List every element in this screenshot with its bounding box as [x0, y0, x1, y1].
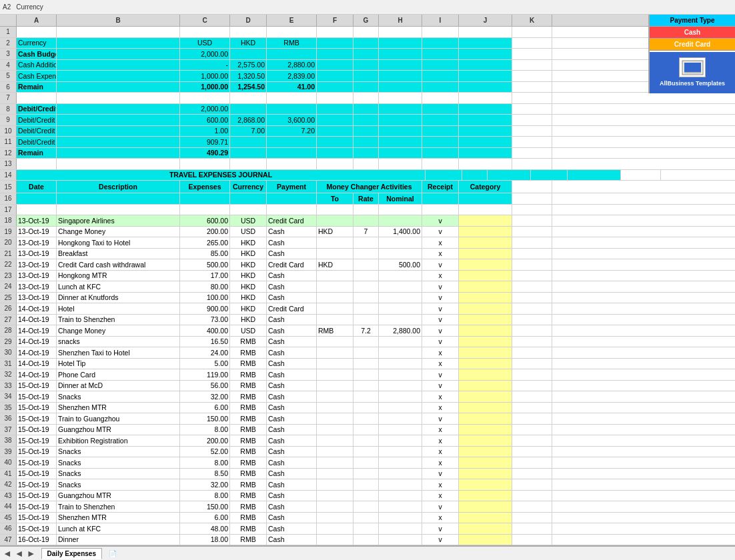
cell[interactable] — [353, 403, 379, 413]
cell-exp[interactable]: 52.00 — [180, 447, 230, 457]
cell-cat[interactable] — [459, 403, 512, 413]
cell-desc[interactable]: Breakfast — [57, 249, 180, 259]
cell[interactable] — [353, 391, 379, 402]
cell[interactable] — [512, 227, 552, 237]
cell[interactable] — [317, 205, 353, 215]
cell[interactable] — [459, 104, 512, 115]
cell[interactable] — [353, 82, 379, 93]
cell[interactable] — [353, 293, 379, 303]
cell[interactable] — [512, 181, 552, 193]
cell-cat[interactable] — [459, 523, 512, 534]
cell-cur[interactable]: USD — [230, 325, 267, 336]
cell[interactable] — [512, 325, 552, 336]
cell[interactable] — [317, 281, 353, 292]
cell-receipt[interactable]: v — [422, 215, 459, 226]
cell-receipt[interactable]: x — [422, 435, 459, 446]
tab-daily-expenses[interactable]: Daily Expenses — [41, 548, 102, 559]
cell-pay[interactable]: Cash — [267, 479, 317, 490]
cell[interactable] — [512, 148, 552, 159]
cell[interactable] — [267, 104, 317, 115]
cell[interactable] — [422, 148, 459, 159]
cell[interactable] — [512, 159, 552, 169]
cell-desc[interactable]: Hongkong MTR — [57, 271, 180, 281]
cell-receipt[interactable]: x — [422, 237, 459, 248]
cell[interactable] — [353, 347, 379, 358]
cell[interactable] — [379, 237, 422, 248]
cell-exp[interactable]: 265.00 — [180, 237, 230, 248]
cell-desc[interactable]: Snacks — [57, 469, 180, 479]
cell-date[interactable]: 15-Oct-19 — [17, 447, 57, 457]
cell-receipt[interactable]: v — [422, 227, 459, 237]
cell[interactable] — [379, 413, 422, 424]
cell[interactable] — [459, 115, 512, 125]
cell[interactable] — [462, 170, 488, 181]
cell[interactable] — [267, 148, 317, 159]
cell-exp[interactable]: 119.00 — [180, 369, 230, 380]
cell-date[interactable]: 15-Oct-19 — [17, 391, 57, 402]
cell-exp[interactable]: 80.00 — [180, 281, 230, 292]
cell-cat[interactable] — [459, 359, 512, 369]
cell[interactable] — [459, 27, 512, 37]
cell[interactable] — [57, 93, 180, 103]
cell[interactable] — [230, 193, 267, 204]
cell-cur[interactable]: HKD — [230, 281, 267, 292]
cell-receipt[interactable]: v — [422, 535, 459, 545]
cell[interactable]: 2,839.00 — [267, 71, 317, 81]
cell[interactable] — [353, 27, 379, 37]
cell-receipt[interactable]: x — [422, 359, 459, 369]
cell-receipt[interactable]: x — [422, 271, 459, 281]
cell-date[interactable]: 13-Oct-19 — [17, 281, 57, 292]
cell-exp[interactable]: 16.50 — [180, 337, 230, 347]
cell[interactable] — [512, 535, 552, 545]
cell[interactable] — [317, 513, 353, 523]
cell-cat[interactable] — [459, 491, 512, 501]
cell[interactable] — [459, 126, 512, 137]
cell[interactable] — [317, 137, 353, 147]
cell[interactable] — [422, 193, 459, 204]
cell[interactable] — [568, 170, 621, 181]
cell[interactable] — [379, 27, 422, 37]
cell-receipt[interactable]: v — [422, 523, 459, 534]
cell[interactable] — [379, 49, 422, 59]
cell-desc[interactable]: Phone Card — [57, 369, 180, 380]
cell-receipt[interactable]: x — [422, 491, 459, 501]
cell[interactable]: 1,320.50 — [230, 71, 267, 81]
cell-exp[interactable]: 150.00 — [180, 501, 230, 512]
cell[interactable] — [379, 93, 422, 103]
cell[interactable] — [353, 413, 379, 424]
cell-desc[interactable]: Snacks — [57, 391, 180, 402]
cell[interactable] — [488, 170, 531, 181]
cell[interactable] — [353, 126, 379, 137]
cell-receipt[interactable]: v — [422, 325, 459, 336]
cell[interactable] — [459, 137, 512, 147]
cell[interactable] — [512, 315, 552, 325]
cell[interactable] — [512, 215, 552, 226]
cell[interactable] — [512, 293, 552, 303]
cell-pay[interactable]: Cash — [267, 413, 317, 424]
cell[interactable] — [512, 413, 552, 424]
cell[interactable] — [379, 148, 422, 159]
cell[interactable] — [422, 38, 459, 49]
cell-pay[interactable]: Cash — [267, 447, 317, 457]
cell-pay[interactable]: Cash — [267, 359, 317, 369]
cell[interactable] — [512, 205, 552, 215]
cell-desc[interactable]: Shenzhen MTR — [57, 513, 180, 523]
cell[interactable] — [459, 49, 512, 59]
cell[interactable] — [317, 60, 353, 71]
cell-desc[interactable]: Train to Shenzhen — [57, 501, 180, 512]
cell[interactable] — [379, 403, 422, 413]
cell-cur[interactable]: RMB — [230, 457, 267, 468]
cell[interactable] — [317, 369, 353, 380]
cell-date[interactable]: 15-Oct-19 — [17, 403, 57, 413]
cell[interactable] — [317, 315, 353, 325]
cell-cur[interactable]: RMB — [230, 513, 267, 523]
cell[interactable]: 1.00 — [180, 126, 230, 137]
cell[interactable] — [267, 137, 317, 147]
cell[interactable] — [317, 457, 353, 468]
cell[interactable] — [317, 271, 353, 281]
cell-cat[interactable] — [459, 479, 512, 490]
cell[interactable] — [512, 469, 552, 479]
cell-cur[interactable]: RMB — [230, 447, 267, 457]
cell[interactable] — [353, 315, 379, 325]
cell-exp[interactable]: 6.00 — [180, 513, 230, 523]
